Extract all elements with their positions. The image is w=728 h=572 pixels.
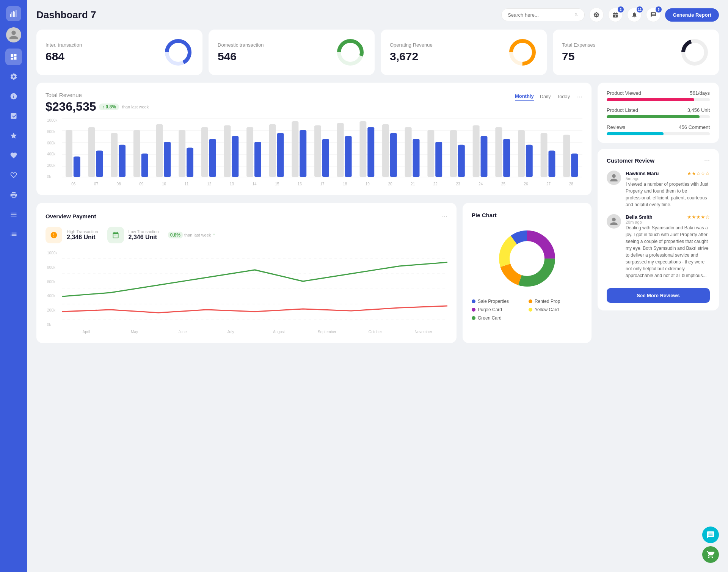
donut-1 <box>335 37 366 67</box>
x-label: 22 <box>424 182 447 186</box>
stat-value-0: 684 <box>46 50 82 63</box>
svg-rect-47 <box>435 142 442 177</box>
metrics-card: Product Viewed 561/days Product Listed 3… <box>598 83 719 143</box>
metric-label-2: Reviews <box>607 124 625 130</box>
svg-rect-55 <box>526 145 533 177</box>
search-box[interactable] <box>501 8 585 21</box>
svg-rect-19 <box>119 145 126 177</box>
payment-x-label: April <box>62 330 110 334</box>
theme-toggle-btn[interactable] <box>589 8 604 22</box>
stat-card-0: Inter. transaction 684 <box>36 30 202 75</box>
sidebar-item-dashboard[interactable] <box>5 49 22 65</box>
svg-point-70 <box>510 242 544 275</box>
revenue-title: Total Revenue <box>46 92 149 98</box>
svg-rect-37 <box>322 139 329 177</box>
svg-rect-20 <box>133 130 140 177</box>
tab-daily[interactable]: Daily <box>540 92 551 101</box>
pie-title: Pie Chart <box>472 212 582 218</box>
tab-monthly[interactable]: Monthly <box>515 92 534 101</box>
sidebar-item-heart-outline[interactable] <box>5 167 22 183</box>
metric-label-0: Product Viewed <box>607 90 641 96</box>
user-avatar[interactable] <box>6 27 21 42</box>
high-transaction-icon <box>46 227 62 243</box>
reviewer-time-0: 5m ago <box>626 176 710 181</box>
svg-rect-32 <box>269 124 276 177</box>
svg-rect-25 <box>187 148 193 177</box>
svg-rect-39 <box>345 136 352 177</box>
x-label: 15 <box>266 182 289 186</box>
payment-x-label: November <box>399 330 447 334</box>
reviewer-avatar-0 <box>607 171 621 185</box>
more-options-btn[interactable]: ··· <box>576 92 582 101</box>
gift-btn[interactable]: 2 <box>608 8 623 22</box>
x-label: 18 <box>334 182 356 186</box>
stat-label-3: Total Expenses <box>562 42 595 48</box>
metric-value-1: 3,456 Unit <box>687 107 710 113</box>
svg-rect-29 <box>232 136 238 177</box>
sidebar-item-settings[interactable] <box>5 68 22 85</box>
x-label: 06 <box>62 182 85 186</box>
svg-rect-45 <box>413 139 420 177</box>
sidebar-item-menu[interactable] <box>5 206 22 223</box>
see-more-reviews-button[interactable]: See More Reviews <box>607 288 710 303</box>
payment-change-badge: 0,8% <box>168 232 183 238</box>
progress-bar-1 <box>607 115 710 118</box>
legend-yellow: Yellow Card <box>529 307 582 312</box>
search-icon <box>574 12 578 18</box>
metric-row-0: Product Viewed 561/days <box>607 90 710 101</box>
svg-rect-23 <box>164 142 171 177</box>
x-label: 27 <box>537 182 560 186</box>
x-label: 14 <box>243 182 266 186</box>
gift-badge: 2 <box>618 6 624 13</box>
cart-float-btn[interactable] <box>702 546 719 563</box>
stat-value-1: 546 <box>218 50 264 63</box>
bell-btn[interactable]: 12 <box>627 8 642 22</box>
header: Dashboard 7 2 12 5 Generate Report <box>36 8 719 22</box>
generate-report-button[interactable]: Generate Report <box>665 8 719 22</box>
sidebar-item-print[interactable] <box>5 186 22 203</box>
svg-rect-21 <box>141 154 148 177</box>
sidebar-item-analytics[interactable] <box>5 108 22 124</box>
sidebar-item-info[interactable] <box>5 88 22 105</box>
sidebar-item-heart[interactable] <box>5 147 22 164</box>
sidebar-item-list[interactable] <box>5 226 22 243</box>
review-more-btn[interactable]: ··· <box>704 157 710 165</box>
svg-rect-31 <box>254 142 261 177</box>
svg-rect-24 <box>179 130 185 177</box>
sidebar-logo[interactable] <box>6 6 21 21</box>
low-transaction-label: Low Transaction <box>129 229 159 234</box>
legend-sale: Sale Properties <box>472 299 526 304</box>
svg-rect-26 <box>201 127 208 177</box>
metric-row-2: Reviews 456 Comment <box>607 124 710 135</box>
high-transaction-stat: High Transaction 2,346 Unit <box>46 227 98 243</box>
low-transaction-icon <box>107 227 124 243</box>
svg-rect-40 <box>359 121 366 177</box>
progress-fill-1 <box>607 115 700 118</box>
sidebar-item-star[interactable] <box>5 127 22 144</box>
legend-purple: Purple Card <box>472 307 526 312</box>
x-label: 25 <box>492 182 515 186</box>
svg-rect-33 <box>277 133 284 177</box>
pie-card: Pie Chart <box>463 203 592 343</box>
line-chart-svg <box>62 251 447 327</box>
legend-rented: Rented Prop <box>529 299 582 304</box>
progress-bar-2 <box>607 132 710 135</box>
legend-dot-green <box>472 316 475 320</box>
x-label: 16 <box>289 182 311 186</box>
svg-rect-49 <box>458 145 465 177</box>
tab-today[interactable]: Today <box>557 92 570 101</box>
svg-rect-56 <box>541 133 548 177</box>
lower-row: Overview Payment ··· High Transaction 2,… <box>36 203 592 343</box>
svg-rect-34 <box>292 121 298 177</box>
search-input[interactable] <box>508 12 571 18</box>
low-transaction-stat: Low Transaction 2,346 Unit <box>107 227 159 243</box>
chat-btn[interactable]: 5 <box>646 8 661 22</box>
floating-buttons <box>702 527 719 563</box>
support-float-btn[interactable] <box>702 527 719 543</box>
high-transaction-label: High Transaction <box>67 229 98 234</box>
payment-more-btn[interactable]: ··· <box>441 212 447 221</box>
payment-up-icon: ↑ <box>212 232 215 238</box>
progress-fill-2 <box>607 132 664 135</box>
svg-rect-50 <box>473 125 480 177</box>
progress-fill-0 <box>607 98 694 101</box>
